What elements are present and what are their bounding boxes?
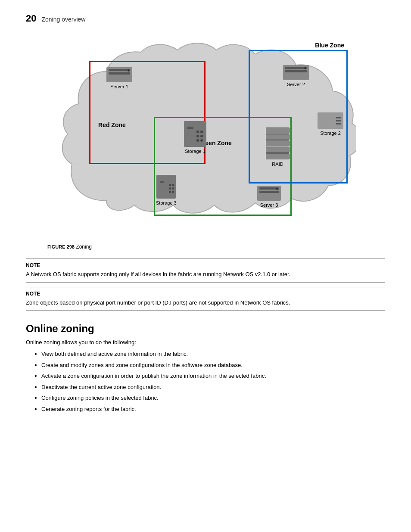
server3-device: Server 3 bbox=[257, 186, 281, 208]
server3-label: Server 3 bbox=[260, 202, 278, 208]
server1-icon bbox=[106, 67, 132, 82]
note-text-1: A Network OS fabric supports zoning only… bbox=[26, 270, 385, 279]
bullet-item-5: Configure zoning policies in the selecte… bbox=[34, 394, 385, 402]
raid-label: RAID bbox=[272, 162, 283, 167]
note-text-2: Zone objects based on physical port numb… bbox=[26, 299, 385, 307]
diagram-container: Red Zone Green Zone Blue Zone Server 1 S… bbox=[55, 37, 356, 235]
figure-caption: FIGURE 298 Zoning bbox=[26, 244, 385, 250]
bullet-list: View both defined and active zone inform… bbox=[26, 350, 385, 413]
figure-label: FIGURE 298 bbox=[47, 244, 75, 249]
note-title-1: NOTE bbox=[26, 262, 385, 268]
note-title-2: NOTE bbox=[26, 291, 385, 297]
bullet-item-3: Activate a zone configuration in order t… bbox=[34, 372, 385, 380]
storage1-device: Storage 1 bbox=[184, 121, 206, 154]
storage1-label: Storage 1 bbox=[185, 149, 206, 154]
note-box-2: NOTE Zone objects based on physical port… bbox=[26, 287, 385, 311]
figure-title: Zoning bbox=[76, 244, 92, 250]
note-box-1: NOTE A Network OS fabric supports zoning… bbox=[26, 258, 385, 283]
storage3-icon bbox=[156, 175, 176, 199]
raid-icon bbox=[266, 128, 290, 160]
storage2-device: Storage 2 bbox=[318, 112, 343, 136]
raid-device: RAID bbox=[266, 128, 290, 167]
server2-device: Server 2 bbox=[283, 65, 309, 87]
server2-label: Server 2 bbox=[287, 82, 305, 87]
storage3-device: Storage 3 bbox=[156, 175, 177, 205]
bullet-item-2: Create and modify zones and zone configu… bbox=[34, 361, 385, 370]
page-number: 20 bbox=[26, 13, 36, 24]
server1-label: Server 1 bbox=[110, 84, 128, 89]
bullet-item-4: Deactivate the current active zone confi… bbox=[34, 383, 385, 392]
page: 20 Zoning overview Red Zone Green Zone B… bbox=[0, 0, 411, 433]
section-heading: Online zoning bbox=[26, 323, 385, 335]
page-header: 20 Zoning overview bbox=[26, 13, 385, 24]
server2-icon bbox=[283, 65, 309, 80]
storage2-label: Storage 2 bbox=[320, 131, 341, 136]
blue-zone-label: Blue Zone bbox=[315, 42, 344, 49]
bullet-item-6: Generate zoning reports for the fabric. bbox=[34, 405, 385, 414]
red-zone-label: Red Zone bbox=[98, 121, 126, 128]
storage1-icon bbox=[184, 121, 206, 147]
server1-device: Server 1 bbox=[106, 67, 132, 89]
bullet-item-1: View both defined and active zone inform… bbox=[34, 350, 385, 358]
section-intro: Online zoning allows you to do the follo… bbox=[26, 339, 385, 345]
page-title: Zoning overview bbox=[41, 16, 85, 23]
storage2-icon bbox=[318, 112, 343, 129]
server3-icon bbox=[257, 186, 281, 201]
storage3-label: Storage 3 bbox=[156, 200, 177, 205]
